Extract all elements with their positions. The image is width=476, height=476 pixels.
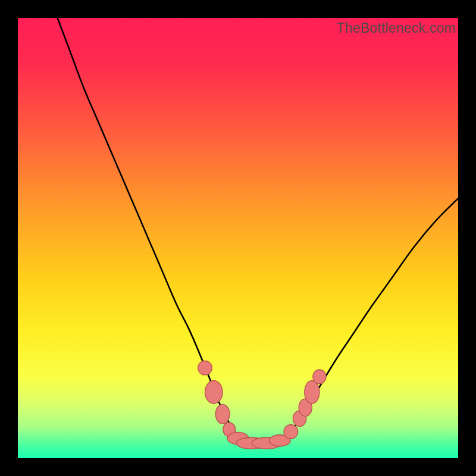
curve-marker — [205, 381, 223, 403]
bottleneck-curve — [58, 18, 458, 445]
curve-marker — [284, 425, 298, 439]
curve-marker — [215, 405, 230, 424]
bottleneck-curve-layer — [18, 18, 458, 458]
curve-marker — [198, 361, 212, 375]
curve-markers — [198, 361, 326, 449]
chart-frame — [18, 18, 458, 458]
watermark-text: TheBottleneck.com — [337, 20, 456, 36]
curve-marker — [305, 381, 320, 403]
curve-marker — [313, 369, 326, 384]
